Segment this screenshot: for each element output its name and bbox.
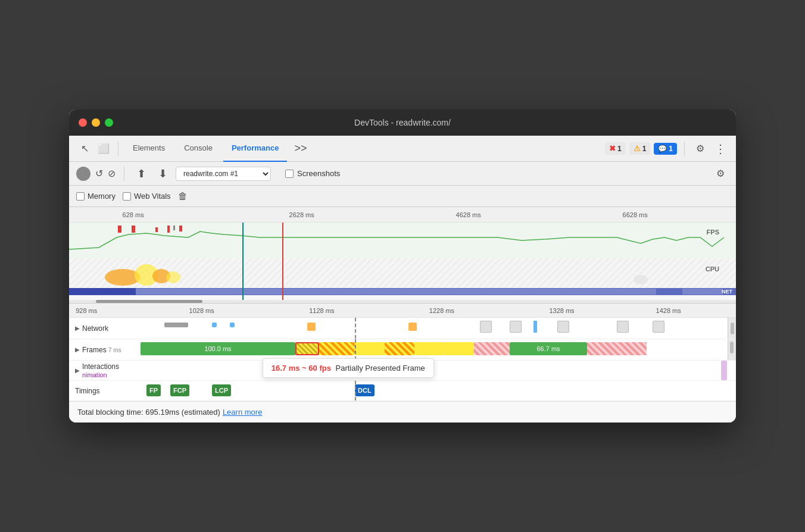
interactions-arrow: ▶ xyxy=(75,367,80,374)
fps-chart: FPS xyxy=(69,223,736,258)
fcp-badge: FCP xyxy=(170,384,189,396)
blocking-time-text: Total blocking time: 695.19ms (estimated… xyxy=(77,408,220,417)
inspect-icon[interactable]: ⬜ xyxy=(95,140,112,157)
record-toolbar: ↺ ⊘ ⬆ ⬇ readwrite.com #1 Screenshots ⚙ xyxy=(69,162,736,186)
minimize-button[interactable] xyxy=(92,118,100,127)
timings-dashed-line xyxy=(355,381,356,400)
warning-badge[interactable]: ⚠ 1 xyxy=(629,142,651,155)
svg-rect-2 xyxy=(132,226,135,233)
frame-bar-red-stripe xyxy=(474,342,510,355)
frame-bar-stripe2 xyxy=(385,342,414,355)
frames-track-label[interactable]: ▶ Frames 7 ms xyxy=(69,346,141,354)
svg-text:FPS: FPS xyxy=(707,229,719,236)
net-req-10 xyxy=(617,321,629,333)
track-scrollbar[interactable] xyxy=(728,318,736,339)
close-button[interactable] xyxy=(79,118,87,127)
main-toolbar: ↖ ⬜ Elements Console Performance >> ✖ 1 … xyxy=(69,136,736,162)
screenshots-label: Screenshots xyxy=(297,169,340,178)
frame-bar-green1: 100.0 ms xyxy=(141,342,295,355)
cpu-chart: CPU xyxy=(69,258,736,288)
tooltip-fps: 16.7 ms ~ 60 fps xyxy=(272,364,331,373)
options-toolbar: Memory Web Vitals 🗑 xyxy=(69,186,736,207)
timeline-canvas[interactable]: FPS CPU xyxy=(69,223,736,300)
frames-scrollbar[interactable] xyxy=(728,339,736,360)
frame-bar-yellow2 xyxy=(414,342,444,355)
network-track-label[interactable]: ▶ Network xyxy=(69,324,141,333)
net-req-2 xyxy=(212,323,217,327)
svg-text:CPU: CPU xyxy=(706,265,719,273)
info-count: 1 xyxy=(669,145,673,153)
network-label: Network xyxy=(82,324,108,333)
net-label: NET xyxy=(722,288,732,295)
ruler-6628: 6628 ms xyxy=(623,211,648,218)
traffic-lights xyxy=(79,118,113,127)
more-tabs-button[interactable]: >> xyxy=(289,140,311,157)
tab-elements[interactable]: Elements xyxy=(124,136,173,162)
timings-content: FP FCP LCP DCL xyxy=(141,381,736,400)
divider3 xyxy=(124,167,124,181)
frames-scrollbar-thumb[interactable] xyxy=(730,342,734,353)
tab-console[interactable]: Console xyxy=(176,136,221,162)
warning-icon: ⚠ xyxy=(634,144,641,153)
lcp-badge: LCP xyxy=(212,384,231,396)
frame-100ms: 100.0 ms xyxy=(204,345,231,352)
settings-icon[interactable]: ⚙ xyxy=(692,140,709,157)
trash-icon[interactable]: 🗑 xyxy=(178,191,188,202)
frame-bar-yellow1 xyxy=(355,342,385,355)
lower-ruler: 928 ms 1028 ms 1128 ms 1228 ms 1328 ms 1… xyxy=(69,303,736,318)
titlebar: DevTools - readwrite.com/ xyxy=(69,109,736,136)
tab-performance[interactable]: Performance xyxy=(223,136,287,162)
ruler-1328: 1328 ms xyxy=(549,307,574,314)
interactions-track-label[interactable]: ▶ Interactions nimation xyxy=(69,362,141,379)
upload-icon[interactable]: ⬆ xyxy=(133,165,149,182)
net-req-8 xyxy=(533,321,537,333)
memory-checkbox[interactable] xyxy=(76,192,85,201)
network-arrow: ▶ xyxy=(75,325,80,331)
net-req-9 xyxy=(557,321,569,333)
frame-bar-green2: 66.7 ms xyxy=(510,342,587,355)
timings-label: Timings xyxy=(75,387,100,395)
memory-option[interactable]: Memory xyxy=(76,192,116,201)
info-badge[interactable]: 💬 1 xyxy=(654,143,677,155)
webvitals-option[interactable]: Web Vitals xyxy=(123,192,171,201)
ruler-1228: 1228 ms xyxy=(429,307,454,314)
error-badge[interactable]: ✖ 1 xyxy=(605,142,626,155)
frames-arrow: ▶ xyxy=(75,346,80,353)
svg-point-13 xyxy=(166,271,180,283)
ruler-1428: 1428 ms xyxy=(656,307,681,314)
svg-rect-6 xyxy=(173,226,175,230)
ruler-628: 628 ms xyxy=(123,211,144,218)
net-req-7 xyxy=(510,321,522,333)
top-ruler: 628 ms 2628 ms 4628 ms 6628 ms xyxy=(69,207,736,223)
download-icon[interactable]: ⬇ xyxy=(154,165,171,182)
frame-bar-yellow3 xyxy=(444,342,474,355)
error-icon: ✖ xyxy=(609,144,616,153)
svg-point-14 xyxy=(634,275,648,284)
devtools-window: DevTools - readwrite.com/ ↖ ⬜ Elements C… xyxy=(69,109,736,423)
screenshots-checkbox[interactable] xyxy=(285,170,294,178)
interactions-label: Interactions nimation xyxy=(82,362,141,379)
clear-button[interactable]: ⊘ xyxy=(108,168,116,179)
scrollbar-thumb[interactable] xyxy=(96,300,202,303)
learn-more-link[interactable]: Learn more xyxy=(223,408,262,417)
profile-select[interactable]: readwrite.com #1 xyxy=(176,167,271,181)
net-req-11 xyxy=(653,321,664,333)
record-button[interactable] xyxy=(76,167,91,181)
scrollbar-thumb2[interactable] xyxy=(731,323,734,334)
frame-bar-selected[interactable] xyxy=(295,342,319,355)
maximize-button[interactable] xyxy=(105,118,113,127)
frame-667ms: 66.7 ms xyxy=(536,345,560,352)
screenshots-group: Screenshots xyxy=(285,169,340,178)
red-cursor-line xyxy=(282,223,283,300)
svg-rect-1 xyxy=(118,226,121,233)
reload-record-button[interactable]: ↺ xyxy=(95,168,103,179)
interaction-indicator xyxy=(721,361,727,380)
net-req-3 xyxy=(230,323,235,327)
webvitals-checkbox[interactable] xyxy=(123,192,131,201)
cursor-icon[interactable]: ↖ xyxy=(76,140,93,157)
net-req-6 xyxy=(480,321,492,333)
memory-label: Memory xyxy=(88,192,116,201)
net-req-1 xyxy=(164,323,188,327)
settings2-icon[interactable]: ⚙ xyxy=(712,165,729,182)
more-options-icon[interactable]: ⋮ xyxy=(712,140,729,157)
